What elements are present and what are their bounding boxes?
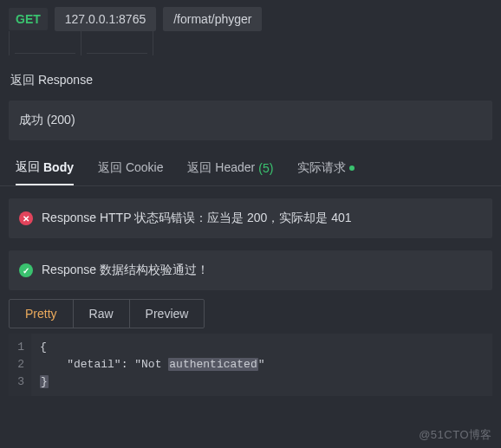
path-field[interactable]: /format/phyger	[163, 7, 262, 31]
error-icon: ✕	[19, 211, 33, 225]
tab-body[interactable]: 返回 Body	[16, 159, 74, 185]
view-tab-raw[interactable]: Raw	[73, 300, 129, 328]
line-number: 1	[14, 339, 24, 356]
tab-actual-label: 实际请求	[297, 160, 346, 176]
divider	[81, 31, 81, 55]
line-number-gutter: 1 2 3	[9, 334, 31, 396]
status-error-text: Response HTTP 状态码错误：应当是 200，实际却是 401	[42, 211, 352, 226]
schema-ok-alert: ✓ Response 数据结构校验通过！	[9, 250, 492, 290]
body-view-tabs: Pretty Raw Preview	[9, 299, 205, 328]
sub-field[interactable]	[15, 31, 75, 54]
schema-ok-text: Response 数据结构校验通过！	[42, 263, 209, 278]
request-sub-row	[0, 31, 501, 61]
tab-actual-request[interactable]: 实际请求	[297, 160, 355, 185]
tab-header[interactable]: 返回 Header (5)	[187, 160, 273, 185]
tab-body-label: Body	[43, 160, 74, 174]
request-line: GET 127.0.0.1:8765 /format/phyger	[0, 0, 501, 33]
divider	[153, 31, 153, 55]
http-method-badge: GET	[9, 8, 48, 30]
tab-cookie[interactable]: 返回 Cookie	[98, 160, 163, 185]
code-content: { "detail": "Not authenticated" }	[31, 334, 274, 396]
view-tab-preview[interactable]: Preview	[129, 300, 205, 328]
divider	[9, 31, 10, 55]
code-line: "detail": "Not authenticated"	[40, 356, 265, 373]
code-line: {	[40, 339, 265, 356]
check-icon: ✓	[19, 263, 33, 277]
tab-header-count: (5)	[258, 161, 273, 175]
watermark: @51CTO博客	[419, 427, 492, 443]
code-line: }	[40, 373, 265, 391]
expected-status-select[interactable]: 成功 (200)	[9, 101, 492, 140]
status-error-alert: ✕ Response HTTP 状态码错误：应当是 200，实际却是 401	[9, 198, 492, 238]
line-number: 3	[14, 373, 24, 391]
sub-field[interactable]	[87, 31, 147, 54]
tab-header-label: 返回 Header	[187, 160, 255, 176]
response-section-title: 返回 Response	[0, 61, 501, 97]
line-number: 2	[14, 356, 24, 373]
host-field[interactable]: 127.0.0.1:8765	[55, 7, 156, 31]
response-tabs: 返回 Body 返回 Cookie 返回 Header (5) 实际请求	[0, 149, 501, 186]
response-body-editor[interactable]: 1 2 3 { "detail": "Not authenticated" }	[9, 334, 492, 396]
tab-body-prefix: 返回	[16, 159, 40, 175]
dot-indicator-icon	[349, 166, 355, 171]
view-tab-pretty[interactable]: Pretty	[10, 300, 73, 328]
